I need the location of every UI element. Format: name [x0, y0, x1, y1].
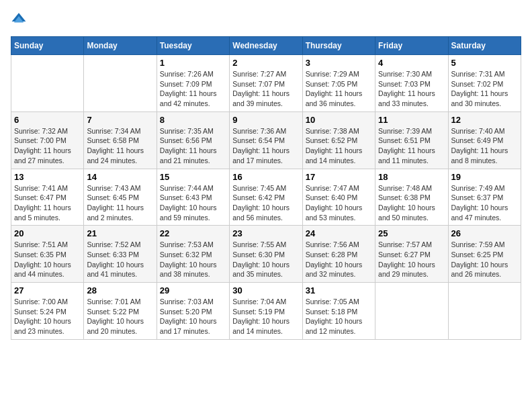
day-info: Sunrise: 7:56 AM Sunset: 6:28 PM Dayligh…: [306, 240, 372, 279]
day-of-week-header: Monday: [84, 37, 157, 55]
day-number: 9: [232, 115, 299, 125]
logo-icon: [11, 11, 27, 27]
day-info: Sunrise: 7:43 AM Sunset: 6:45 PM Dayligh…: [87, 183, 153, 223]
day-number: 22: [160, 228, 226, 238]
day-info: Sunrise: 7:31 AM Sunset: 7:02 PM Dayligh…: [451, 69, 518, 109]
day-info: Sunrise: 7:27 AM Sunset: 7:07 PM Dayligh…: [232, 69, 299, 109]
calendar-day-cell: 16Sunrise: 7:45 AM Sunset: 6:42 PM Dayli…: [230, 169, 302, 226]
calendar-day-cell: 2Sunrise: 7:27 AM Sunset: 7:07 PM Daylig…: [230, 55, 302, 112]
day-info: Sunrise: 7:32 AM Sunset: 7:00 PM Dayligh…: [14, 126, 81, 166]
day-number: 12: [451, 115, 518, 125]
calendar-week-row: 27Sunrise: 7:00 AM Sunset: 5:24 PM Dayli…: [11, 283, 521, 340]
calendar-day-cell: 21Sunrise: 7:52 AM Sunset: 6:33 PM Dayli…: [84, 226, 157, 283]
calendar-week-row: 1Sunrise: 7:26 AM Sunset: 7:09 PM Daylig…: [11, 55, 521, 112]
calendar-week-row: 20Sunrise: 7:51 AM Sunset: 6:35 PM Dayli…: [11, 226, 521, 283]
calendar-day-cell: 30Sunrise: 7:04 AM Sunset: 5:19 PM Dayli…: [230, 283, 302, 340]
day-number: 1: [160, 58, 226, 68]
day-number: 17: [306, 172, 372, 182]
calendar-day-cell: 28Sunrise: 7:01 AM Sunset: 5:22 PM Dayli…: [84, 283, 157, 340]
day-of-week-header: Wednesday: [230, 37, 302, 55]
day-of-week-header: Sunday: [11, 37, 84, 55]
calendar-day-cell: 11Sunrise: 7:39 AM Sunset: 6:51 PM Dayli…: [375, 111, 448, 169]
day-number: 29: [160, 285, 226, 295]
calendar-day-cell: 22Sunrise: 7:53 AM Sunset: 6:32 PM Dayli…: [157, 226, 229, 283]
day-number: 13: [14, 172, 81, 182]
day-number: 7: [87, 115, 153, 125]
day-of-week-header: Saturday: [448, 37, 521, 55]
day-info: Sunrise: 7:53 AM Sunset: 6:32 PM Dayligh…: [160, 240, 226, 279]
day-info: Sunrise: 7:05 AM Sunset: 5:18 PM Dayligh…: [306, 297, 372, 336]
day-number: 4: [378, 58, 445, 68]
day-info: Sunrise: 7:39 AM Sunset: 6:51 PM Dayligh…: [378, 126, 445, 166]
day-number: 19: [451, 172, 518, 182]
day-number: 5: [451, 58, 518, 68]
day-of-week-header: Friday: [375, 37, 448, 55]
day-info: Sunrise: 7:59 AM Sunset: 6:25 PM Dayligh…: [451, 240, 518, 279]
day-of-week-header: Thursday: [302, 37, 375, 55]
day-info: Sunrise: 7:04 AM Sunset: 5:19 PM Dayligh…: [232, 297, 299, 336]
day-info: Sunrise: 7:30 AM Sunset: 7:03 PM Dayligh…: [378, 69, 445, 109]
day-info: Sunrise: 7:47 AM Sunset: 6:40 PM Dayligh…: [306, 183, 372, 223]
calendar-day-cell: 5Sunrise: 7:31 AM Sunset: 7:02 PM Daylig…: [448, 55, 521, 112]
calendar-day-cell: 9Sunrise: 7:36 AM Sunset: 6:54 PM Daylig…: [230, 111, 302, 169]
day-number: 30: [232, 285, 299, 295]
day-number: 23: [232, 228, 299, 238]
day-number: 15: [160, 172, 226, 182]
calendar-day-cell: 4Sunrise: 7:30 AM Sunset: 7:03 PM Daylig…: [375, 55, 448, 112]
calendar-header-row: SundayMondayTuesdayWednesdayThursdayFrid…: [11, 37, 521, 55]
calendar-day-cell: 15Sunrise: 7:44 AM Sunset: 6:43 PM Dayli…: [157, 169, 229, 226]
calendar-day-cell: 27Sunrise: 7:00 AM Sunset: 5:24 PM Dayli…: [11, 283, 84, 340]
calendar-day-cell: 23Sunrise: 7:55 AM Sunset: 6:30 PM Dayli…: [230, 226, 302, 283]
day-number: 28: [87, 285, 153, 295]
calendar-day-cell: 8Sunrise: 7:35 AM Sunset: 6:56 PM Daylig…: [157, 111, 229, 169]
calendar-table: SundayMondayTuesdayWednesdayThursdayFrid…: [11, 36, 521, 340]
calendar-day-cell: 19Sunrise: 7:49 AM Sunset: 6:37 PM Dayli…: [448, 169, 521, 226]
day-number: 14: [87, 172, 153, 182]
day-info: Sunrise: 7:57 AM Sunset: 6:27 PM Dayligh…: [378, 240, 445, 279]
day-number: 31: [306, 285, 372, 295]
day-number: 24: [306, 228, 372, 238]
day-info: Sunrise: 7:01 AM Sunset: 5:22 PM Dayligh…: [87, 297, 153, 336]
calendar-day-cell: 14Sunrise: 7:43 AM Sunset: 6:45 PM Dayli…: [84, 169, 157, 226]
calendar-day-cell: 13Sunrise: 7:41 AM Sunset: 6:47 PM Dayli…: [11, 169, 84, 226]
day-info: Sunrise: 7:48 AM Sunset: 6:38 PM Dayligh…: [378, 183, 445, 223]
calendar-day-cell: 18Sunrise: 7:48 AM Sunset: 6:38 PM Dayli…: [375, 169, 448, 226]
calendar-day-cell: 10Sunrise: 7:38 AM Sunset: 6:52 PM Dayli…: [302, 111, 375, 169]
day-of-week-header: Tuesday: [157, 37, 229, 55]
calendar-day-cell: 1Sunrise: 7:26 AM Sunset: 7:09 PM Daylig…: [157, 55, 229, 112]
day-number: 3: [306, 58, 372, 68]
day-number: 2: [232, 58, 299, 68]
calendar-week-row: 6Sunrise: 7:32 AM Sunset: 7:00 PM Daylig…: [11, 111, 521, 169]
day-info: Sunrise: 7:55 AM Sunset: 6:30 PM Dayligh…: [232, 240, 299, 279]
day-info: Sunrise: 7:36 AM Sunset: 6:54 PM Dayligh…: [232, 126, 299, 166]
day-info: Sunrise: 7:49 AM Sunset: 6:37 PM Dayligh…: [451, 183, 518, 223]
day-info: Sunrise: 7:00 AM Sunset: 5:24 PM Dayligh…: [14, 297, 81, 336]
day-number: 10: [306, 115, 372, 125]
calendar-day-cell: 29Sunrise: 7:03 AM Sunset: 5:20 PM Dayli…: [157, 283, 229, 340]
day-number: 11: [378, 115, 445, 125]
day-number: 18: [378, 172, 445, 182]
day-number: 8: [160, 115, 226, 125]
day-number: 21: [87, 228, 153, 238]
calendar-day-cell: 31Sunrise: 7:05 AM Sunset: 5:18 PM Dayli…: [302, 283, 375, 340]
day-info: Sunrise: 7:03 AM Sunset: 5:20 PM Dayligh…: [160, 297, 226, 336]
calendar-day-cell: 12Sunrise: 7:40 AM Sunset: 6:49 PM Dayli…: [448, 111, 521, 169]
calendar-day-cell: 25Sunrise: 7:57 AM Sunset: 6:27 PM Dayli…: [375, 226, 448, 283]
day-number: 25: [378, 228, 445, 238]
day-info: Sunrise: 7:44 AM Sunset: 6:43 PM Dayligh…: [160, 183, 226, 223]
day-number: 16: [232, 172, 299, 182]
day-info: Sunrise: 7:51 AM Sunset: 6:35 PM Dayligh…: [14, 240, 81, 279]
calendar-day-cell: 20Sunrise: 7:51 AM Sunset: 6:35 PM Dayli…: [11, 226, 84, 283]
calendar-day-cell: 17Sunrise: 7:47 AM Sunset: 6:40 PM Dayli…: [302, 169, 375, 226]
day-info: Sunrise: 7:40 AM Sunset: 6:49 PM Dayligh…: [451, 126, 518, 166]
day-info: Sunrise: 7:38 AM Sunset: 6:52 PM Dayligh…: [306, 126, 372, 166]
calendar-day-cell: 7Sunrise: 7:34 AM Sunset: 6:58 PM Daylig…: [84, 111, 157, 169]
day-info: Sunrise: 7:26 AM Sunset: 7:09 PM Dayligh…: [160, 69, 226, 109]
calendar-day-cell: [84, 55, 157, 112]
page-header: [11, 11, 521, 30]
day-number: 6: [14, 115, 81, 125]
day-info: Sunrise: 7:35 AM Sunset: 6:56 PM Dayligh…: [160, 126, 226, 166]
day-info: Sunrise: 7:41 AM Sunset: 6:47 PM Dayligh…: [14, 183, 81, 223]
calendar-day-cell: 6Sunrise: 7:32 AM Sunset: 7:00 PM Daylig…: [11, 111, 84, 169]
day-number: 26: [451, 228, 518, 238]
